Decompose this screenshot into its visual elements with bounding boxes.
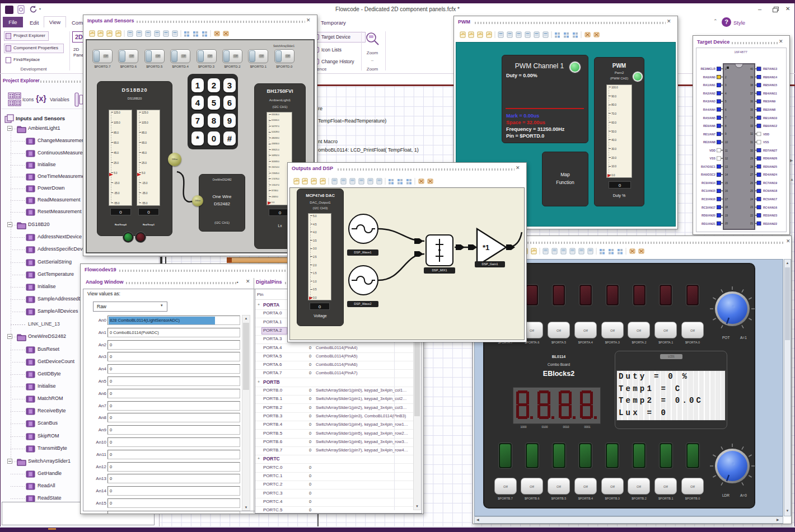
- svg-text:RD4/AN24: RD4/AN24: [763, 173, 777, 176]
- svg-text:RC7/AN19: RC7/AN19: [763, 181, 777, 185]
- svg-text:11: 11: [725, 149, 728, 152]
- svg-text:RE0/AN6: RE0/AN6: [703, 124, 716, 128]
- svg-text:35: 35: [750, 109, 754, 111]
- svg-text:RD0/AN20: RD0/AN20: [702, 214, 716, 217]
- svg-text:VDD: VDD: [763, 133, 769, 136]
- svg-text:RA4/AN4: RA4/AN4: [703, 108, 716, 111]
- svg-text:RE1/AN7: RE1/AN7: [703, 133, 716, 136]
- svg-text:17: 17: [725, 198, 728, 201]
- svg-text:27: 27: [750, 173, 754, 176]
- svg-text:16: 16: [725, 190, 728, 192]
- svg-text:RA2/AN2: RA2/AN2: [703, 92, 716, 95]
- svg-text:25: 25: [750, 190, 754, 192]
- svg-text:31: 31: [750, 141, 754, 144]
- svg-text:18: 18: [725, 206, 728, 209]
- svg-text:RB6/AN14: RB6/AN14: [763, 76, 777, 79]
- svg-text:RD2/AN22: RD2/AN22: [763, 222, 777, 225]
- svg-text:VSS: VSS: [763, 140, 769, 144]
- svg-text:37: 37: [750, 92, 754, 95]
- svg-text:RC6/AN18: RC6/AN18: [763, 189, 777, 192]
- svg-text:34: 34: [750, 116, 754, 119]
- svg-text:32: 32: [750, 133, 754, 135]
- svg-text:RC5/AN17: RC5/AN17: [763, 197, 777, 201]
- svg-text:39: 39: [750, 76, 754, 79]
- svg-text:RE3/MCLR: RE3/MCLR: [700, 67, 716, 70]
- svg-text:21: 21: [750, 222, 754, 225]
- svg-text:10: 10: [725, 141, 728, 144]
- svg-text:RA1/AN1: RA1/AN1: [703, 83, 716, 87]
- svg-text:38: 38: [750, 84, 754, 87]
- svg-text:RA6/OSC2: RA6/OSC2: [701, 173, 716, 176]
- svg-text:RA5/AN5: RA5/AN5: [703, 116, 716, 120]
- svg-text:VDD: VDD: [709, 149, 716, 152]
- svg-text:13: 13: [725, 166, 728, 168]
- svg-text:20: 20: [725, 222, 728, 225]
- svg-text:28: 28: [750, 166, 754, 168]
- svg-text:40: 40: [750, 68, 754, 70]
- svg-text:RA3/AN3: RA3/AN3: [703, 100, 716, 103]
- svg-text:RB4/AN11: RB4/AN11: [763, 92, 777, 95]
- svg-text:22: 22: [750, 214, 754, 217]
- svg-text:12: 12: [725, 157, 728, 160]
- svg-text:RB7/AN13: RB7/AN13: [763, 67, 777, 70]
- svg-text:14: 14: [725, 173, 728, 176]
- svg-text:*1: *1: [483, 243, 489, 252]
- svg-text:RD7/AN27: RD7/AN27: [763, 149, 777, 152]
- svg-text:23: 23: [750, 206, 754, 209]
- svg-text:RA7/OSC1: RA7/OSC1: [701, 165, 716, 168]
- svg-text:RA0/AN0: RA0/AN0: [703, 76, 716, 79]
- svg-text:RC0/AN14: RC0/AN14: [702, 181, 716, 185]
- svg-text:VSS: VSS: [710, 157, 716, 160]
- svg-text:29: 29: [750, 157, 754, 160]
- svg-text:24: 24: [750, 198, 754, 201]
- svg-text:RD1/AN21: RD1/AN21: [702, 222, 716, 225]
- svg-text:RB2/AN8: RB2/AN8: [763, 108, 775, 111]
- svg-text:RB0/AN12: RB0/AN12: [763, 124, 777, 128]
- svg-text:RD6/AN26: RD6/AN26: [763, 157, 777, 160]
- svg-text:36: 36: [750, 100, 754, 103]
- svg-text:RD3/AN23: RD3/AN23: [763, 214, 777, 217]
- svg-text:26: 26: [750, 182, 754, 185]
- svg-text:RC1/AN15: RC1/AN15: [702, 189, 716, 192]
- svg-text:RC2/AN16: RC2/AN16: [702, 197, 716, 201]
- svg-text:30: 30: [750, 149, 754, 152]
- svg-text:RB1/AN10: RB1/AN10: [763, 116, 777, 120]
- svg-text:33: 33: [750, 125, 754, 128]
- svg-text:RC3/AN17: RC3/AN17: [702, 206, 716, 209]
- svg-text:RE2/AN8: RE2/AN8: [703, 140, 716, 144]
- svg-text:RB5/AN15: RB5/AN15: [763, 83, 777, 87]
- svg-text:RC4/AN16: RC4/AN16: [763, 206, 777, 209]
- svg-text:RD5/AN25: RD5/AN25: [763, 165, 777, 168]
- svg-text:RB3/AN9: RB3/AN9: [763, 100, 775, 103]
- svg-text:19: 19: [725, 214, 728, 217]
- svg-text:15: 15: [725, 182, 728, 185]
